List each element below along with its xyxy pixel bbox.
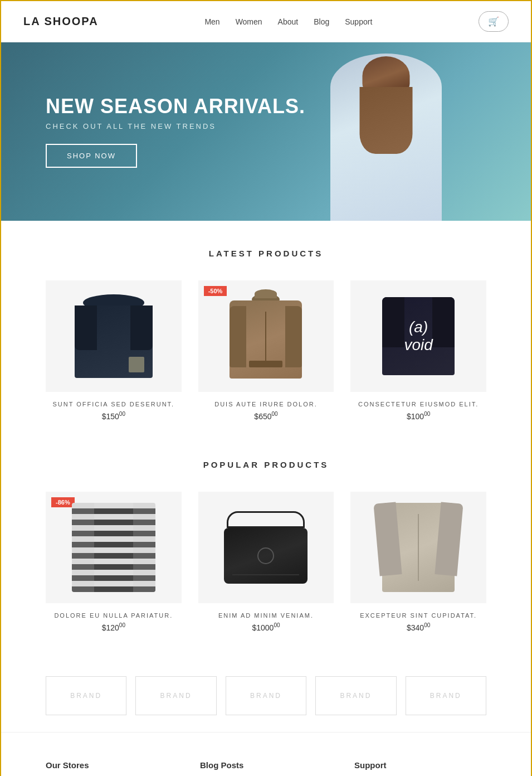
brands-grid: BRAND BRAND BRAND BRAND BRAND (46, 676, 486, 715)
cart-icon: 🛒 (488, 16, 499, 27)
product-price-3: $10000 (350, 411, 486, 421)
footer-blog-title: Blog Posts (200, 760, 332, 770)
nav-men[interactable]: Men (204, 17, 219, 26)
popular-image-3 (350, 492, 486, 603)
logo: LA SHOOPA (23, 15, 99, 28)
product-card-1[interactable]: SUNT OFFICIA SED DESERUNT. $15000 (46, 280, 182, 421)
product-image-2: -50% (198, 280, 334, 392)
footer: Our Stores 1401 South Grand Avenue Los A… (1, 732, 531, 776)
main-nav: Men Women About Blog Support (204, 17, 372, 26)
popular-products-grid: -86% DOLORE EU NULLA PARIATUR. $12000 (46, 492, 486, 632)
popular-image-1: -86% (46, 492, 182, 603)
brand-4[interactable]: BRAND (315, 676, 396, 715)
nav-support[interactable]: Support (345, 17, 372, 26)
popular-price-1: $12000 (46, 622, 182, 632)
popular-name-3: EXCEPTEUR SINT CUPIDATAT. (350, 612, 486, 619)
nav-about[interactable]: About (278, 17, 299, 26)
footer-support-title: Support (354, 760, 486, 770)
popular-card-3[interactable]: EXCEPTEUR SINT CUPIDATAT. $34000 (350, 492, 486, 632)
product-image-3: (a)void (350, 280, 486, 392)
popular-name-1: DOLORE EU NULLA PARIATUR. (46, 612, 182, 619)
brands-section: BRAND BRAND BRAND BRAND BRAND (1, 659, 531, 732)
brand-5[interactable]: BRAND (406, 676, 486, 715)
hero-content: NEW SEASON ARRIVALS. CHECK OUT ALL THE N… (46, 95, 305, 168)
latest-products-grid: SUNT OFFICIA SED DESERUNT. $15000 -50% (46, 280, 486, 421)
popular-badge-1: -86% (51, 497, 75, 507)
popular-products-title: POPULAR PRODUCTS (46, 460, 486, 469)
product-price-2: $65000 (198, 411, 334, 421)
popular-products-section: POPULAR PRODUCTS -86% DOLORE EU NULLA PA… (1, 449, 531, 660)
shop-now-button[interactable]: SHOP NOW (46, 144, 137, 168)
latest-products-title: LATEST PRODUCTS (46, 249, 486, 258)
popular-card-2[interactable]: ENIM AD MINIM VENIAM. $100000 (198, 492, 334, 632)
popular-image-2 (198, 492, 334, 603)
hero-heading: NEW SEASON ARRIVALS. (46, 95, 305, 118)
popular-price-2: $100000 (198, 622, 334, 632)
footer-stores-title: Our Stores (46, 760, 178, 770)
footer-grid: Our Stores 1401 South Grand Avenue Los A… (46, 760, 486, 776)
product-image-1 (46, 280, 182, 392)
product-name-2: DUIS AUTE IRURE DOLOR. (198, 401, 334, 408)
cart-button[interactable]: 🛒 (479, 11, 509, 32)
product-price-1: $15000 (46, 411, 182, 421)
product-card-3[interactable]: (a)void CONSECTETUR EIUSMOD ELIT. $10000 (350, 280, 486, 421)
latest-products-section: LATEST PRODUCTS SUNT OFFICIA SED DESERUN… (1, 221, 531, 449)
footer-support: Support Terms & Conditions FAQ Payment R… (354, 760, 486, 776)
hero-subheading: CHECK OUT ALL THE NEW TRENDS (46, 122, 305, 130)
nav-women[interactable]: Women (236, 17, 262, 26)
product-name-3: CONSECTETUR EIUSMOD ELIT. (350, 401, 486, 408)
popular-price-3: $34000 (350, 622, 486, 632)
hero-image (308, 42, 464, 221)
brand-2[interactable]: BRAND (135, 676, 216, 715)
brand-1[interactable]: BRAND (46, 676, 126, 715)
popular-name-2: ENIM AD MINIM VENIAM. (198, 612, 334, 619)
footer-blog: Blog Posts Duis aute irure dolor in repr… (200, 760, 332, 776)
hero-section: NEW SEASON ARRIVALS. CHECK OUT ALL THE N… (1, 42, 531, 221)
product-card-2[interactable]: -50% DUIS AUTE IRURE DOLOR. $65000 (198, 280, 334, 421)
popular-card-1[interactable]: -86% DOLORE EU NULLA PARIATUR. $12000 (46, 492, 182, 632)
footer-stores: Our Stores 1401 South Grand Avenue Los A… (46, 760, 178, 776)
product-name-1: SUNT OFFICIA SED DESERUNT. (46, 401, 182, 408)
product-badge-2: -50% (204, 286, 227, 296)
brand-3[interactable]: BRAND (226, 676, 306, 715)
nav-blog[interactable]: Blog (314, 17, 329, 26)
header: LA SHOOPA Men Women About Blog Support 🛒 (1, 1, 531, 42)
